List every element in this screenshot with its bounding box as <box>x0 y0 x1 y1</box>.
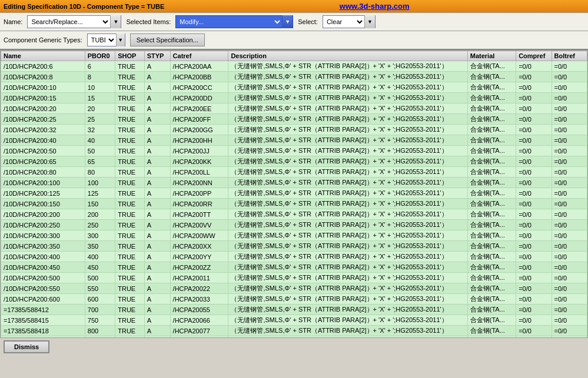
dismiss-button[interactable]: Dismiss <box>4 340 49 353</box>
table-row[interactable]: /10D/HCPA200:250250TRUEA/HCPA200VV（无缝钢管,… <box>1 220 587 230</box>
table-row[interactable]: /10D/HCPA200:300300TRUEA/HCPA200WW（无缝钢管,… <box>1 230 587 241</box>
table-row[interactable]: /10D/HCPA200:500500TRUEA/HCPA20011（无缝钢管,… <box>1 273 587 283</box>
table-cell: =0/0 <box>552 103 587 114</box>
table-cell: 合金钢(TA... <box>467 61 516 72</box>
table-cell: （无缝钢管,SMLS,Φ' + STR（ATTRIB PARA[2]）+ 'X'… <box>228 209 467 220</box>
table-cell: TRUE <box>115 178 144 188</box>
table-cell: =0/0 <box>552 199 587 209</box>
table-row[interactable]: /10D/HCPA200:88TRUEA/HCPA200BB（无缝钢管,SMLS… <box>1 72 587 82</box>
table-cell: 50 <box>85 146 115 156</box>
table-cell: /HCPA20033 <box>170 294 228 305</box>
table-cell: =0/0 <box>516 146 552 156</box>
tube-dropdown-wrapper[interactable]: TUBE ▼ <box>87 34 125 46</box>
table-row[interactable]: /10D/HCPA200:8080TRUEA/HCPA200LL（无缝钢管,SM… <box>1 167 587 178</box>
table-row[interactable]: /10D/HCPA200:4040TRUEA/HCPA200HH（无缝钢管,SM… <box>1 135 587 146</box>
table-cell: /HCPA200JJ <box>170 146 228 156</box>
select-specification-button[interactable]: Select Specification... <box>130 34 205 46</box>
table-cell: （无缝钢管,SMLS,Φ' + STR（ATTRIB PARA[2]）+ 'X'… <box>228 125 467 135</box>
table-row[interactable]: /10D/HCPA200:100100TRUEA/HCPA200NN（无缝钢管,… <box>1 178 587 188</box>
table-cell: TRUE <box>115 82 144 93</box>
component-generic-types-label: Component Generic Types: <box>4 36 82 44</box>
modify-dropdown-wrapper[interactable]: Modify... ▼ <box>175 15 293 28</box>
table-row[interactable]: /10D/HCPA200:350350TRUEA/HCPA200XX（无缝钢管,… <box>1 241 587 252</box>
table-cell: A <box>144 125 170 135</box>
table-cell: =0/0 <box>552 146 587 156</box>
table-cell: TRUE <box>115 135 144 146</box>
table-cell: （无缝钢管,SMLS,Φ' + STR（ATTRIB PARA[2]）+ 'X'… <box>228 241 467 252</box>
table-cell: /HCPA20022 <box>170 283 228 294</box>
table-cell: A <box>144 252 170 262</box>
table-row[interactable]: /10D/HCPA200:6565TRUEA/HCPA200KK（无缝钢管,SM… <box>1 156 587 167</box>
table-cell: =0/0 <box>516 305 552 315</box>
table-cell: /10D/HCPA200:50 <box>1 146 85 156</box>
clear-dropdown-wrapper[interactable]: Clear ▼ <box>323 15 376 28</box>
modify-select[interactable]: Modify... <box>176 16 282 28</box>
table-row[interactable]: /10D/HCPA200:1010TRUEA/HCPA200CC（无缝钢管,SM… <box>1 82 587 93</box>
table-cell: 合金钢(TA... <box>467 93 516 103</box>
table-cell: =0/0 <box>516 230 552 241</box>
table-cell: =0/0 <box>552 283 587 294</box>
table-cell: （无缝钢管,SMLS,Φ' + STR（ATTRIB PARA[2]）+ 'X'… <box>228 72 467 82</box>
table-row[interactable]: /10D/HCPA200:2525TRUEA/HCPA200FF（无缝钢管,SM… <box>1 114 587 125</box>
table-cell: （无缝钢管,SMLS,Φ' + STR（ATTRIB PARA[2]）+ 'X'… <box>228 220 467 230</box>
table-row[interactable]: /10D/HCPA200:2020TRUEA/HCPA200EE（无缝钢管,SM… <box>1 103 587 114</box>
table-cell: /10D/HCPA200:10 <box>1 82 85 93</box>
table-row[interactable]: /10D/HCPA200:5050TRUEA/HCPA200JJ（无缝钢管,SM… <box>1 146 587 156</box>
table-cell: /HCPA200RR <box>170 199 228 209</box>
table-cell: /10D/HCPA200:32 <box>1 125 85 135</box>
table-cell: A <box>144 178 170 188</box>
table-row[interactable]: /10D/HCPA200:400400TRUEA/HCPA200YY（无缝钢管,… <box>1 252 587 262</box>
table-row[interactable]: /10D/HCPA200:600600TRUEA/HCPA20033（无缝钢管,… <box>1 294 587 305</box>
table-row[interactable]: =17385/588412700TRUEA/HCPA20055（无缝钢管,SML… <box>1 305 587 315</box>
table-cell: （无缝钢管,SMLS,Φ' + STR（ATTRIB PARA[2]）+ 'X'… <box>228 167 467 178</box>
table-cell: /10D/HCPA200:500 <box>1 273 85 283</box>
table-cell: =0/0 <box>552 294 587 305</box>
clear-dropdown-arrow[interactable]: ▼ <box>364 15 375 28</box>
name-select[interactable]: Search/Replace... <box>28 16 110 28</box>
table-cell: 合金钢(TA... <box>467 72 516 82</box>
table-row[interactable]: =17385/588415750TRUEA/HCPA20066（无缝钢管,SML… <box>1 315 587 326</box>
table-cell: 25 <box>85 114 115 125</box>
table-row[interactable]: /10D/HCPA200:3232TRUEA/HCPA200GG（无缝钢管,SM… <box>1 125 587 135</box>
table-row[interactable]: /10D/HCPA200:1515TRUEA/HCPA200DD（无缝钢管,SM… <box>1 93 587 103</box>
select-label: Select: <box>298 18 318 25</box>
col-header-pbor0: PBOR0 <box>85 51 115 61</box>
tube-select[interactable]: TUBE <box>88 34 116 46</box>
table-cell: A <box>144 262 170 273</box>
table-cell: TRUE <box>115 283 144 294</box>
table-row[interactable]: /10D/HCPA200:150150TRUEA/HCPA200RR（无缝钢管,… <box>1 199 587 209</box>
table-cell: =0/0 <box>552 315 587 326</box>
table-cell: 450 <box>85 262 115 273</box>
table-cell: 32 <box>85 125 115 135</box>
table-cell: 100 <box>85 178 115 188</box>
table-cell: A <box>144 209 170 220</box>
modify-dropdown-arrow[interactable]: ▼ <box>282 15 293 28</box>
table-row[interactable]: /10D/HCPA200:66TRUEA/HCPA200AA（无缝钢管,SMLS… <box>1 61 587 72</box>
table-cell: 80 <box>85 167 115 178</box>
table-cell: （无缝钢管,SMLS,Φ' + STR（ATTRIB PARA[2]）+ 'X'… <box>228 188 467 199</box>
table-row[interactable]: /10D/HCPA200:550550TRUEA/HCPA20022（无缝钢管,… <box>1 283 587 294</box>
table-cell: /10D/HCPA200:150 <box>1 199 85 209</box>
table-cell: A <box>144 230 170 241</box>
table-cell: TRUE <box>115 294 144 305</box>
table-cell: （无缝钢管,SMLS,Φ' + STR（ATTRIB PARA[2]）+ 'X'… <box>228 305 467 315</box>
table-cell: 合金钢(TA... <box>467 125 516 135</box>
clear-select[interactable]: Clear <box>323 16 364 28</box>
table-cell: /10D/HCPA200:8 <box>1 72 85 82</box>
table-cell: =0/0 <box>552 262 587 273</box>
name-dropdown-arrow[interactable]: ▼ <box>110 15 121 28</box>
table-cell: =0/0 <box>552 61 587 72</box>
table-cell: 合金钢(TA... <box>467 305 516 315</box>
table-row[interactable]: /10D/HCPA200:450450TRUEA/HCPA200ZZ（无缝钢管,… <box>1 262 587 273</box>
tube-dropdown-arrow[interactable]: ▼ <box>116 34 125 46</box>
table-row[interactable]: /10D/HCPA200:125125TRUEA/HCPA200PP（无缝钢管,… <box>1 188 587 199</box>
table-cell: A <box>144 273 170 283</box>
table-cell: A <box>144 220 170 230</box>
table-cell: =0/0 <box>552 156 587 167</box>
table-cell: 8 <box>85 72 115 82</box>
table-cell: /10D/HCPA200:6 <box>1 61 85 72</box>
table-cell: 合金钢(TA... <box>467 188 516 199</box>
table-row[interactable]: /10D/HCPA200:200200TRUEA/HCPA200TT（无缝钢管,… <box>1 209 587 220</box>
table-row[interactable]: =17385/588418800TRUEA/HCPA20077（无缝钢管,SML… <box>1 326 587 336</box>
name-dropdown-wrapper[interactable]: Search/Replace... ▼ <box>27 15 121 28</box>
